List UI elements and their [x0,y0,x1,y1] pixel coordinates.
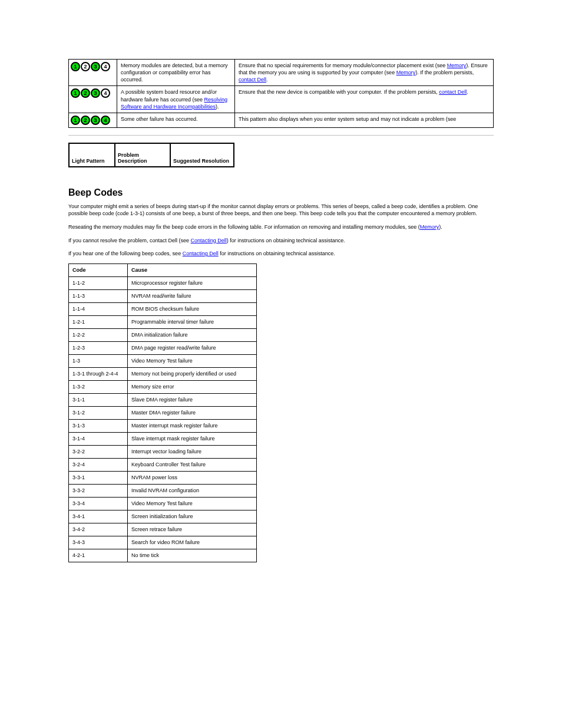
table-row: 3-3-2Invalid NVRAM configuration [69,484,257,497]
diag-cell-fix: Ensure that no special requirements for … [235,60,494,86]
beep-cause-cell: Memory not being properly identified or … [128,367,257,380]
beep-cause-cell: ROM BIOS checksum failure [128,302,257,315]
inline-link[interactable]: contact Dell [239,77,266,83]
beep-paragraph-3: If you cannot resolve the problem, conta… [68,237,494,245]
beep-cause-cell: Slave interrupt mask register failure [128,432,257,445]
beep-col-header-code: Code [69,263,128,276]
diag-cell-leds: 1234 [69,113,117,127]
diag-cell-fix: This pattern also displays when you ente… [235,113,494,127]
beep-paragraph-2: Reseating the memory modules may fix the… [68,223,494,231]
beep-cause-cell: Master DMA register failure [128,406,257,419]
led-on-icon: 2 [81,116,90,125]
beep-code-cell: 1-2-2 [69,328,128,341]
beep-code-cell: 1-1-3 [69,289,128,302]
table-row: 4-2-1No time tick [69,549,257,562]
beep-cause-cell: DMA page register read/write failure [128,341,257,354]
beep-code-cell: 3-4-3 [69,536,128,549]
diag-cell-desc: A possible system board resource and/or … [117,86,235,113]
table-row: 1-2-1Programmable interval timer failure [69,315,257,328]
led-off-icon: 4 [101,62,110,71]
beep-code-cell: 3-1-2 [69,406,128,419]
table-row: 1-1-3NVRAM read/write failure [69,289,257,302]
diagnostic-lights-table: 1234Memory modules are detected, but a m… [68,59,494,128]
beep-cause-cell: Invalid NVRAM configuration [128,484,257,497]
table-row: 3-2-2Interrupt vector loading failure [69,445,257,458]
beep-cause-cell: No time tick [128,549,257,562]
beep-cause-cell: Master interrupt mask register failure [128,419,257,432]
beep-cause-cell: NVRAM read/write failure [128,289,257,302]
col-header-resolution: Suggested Resolution [170,143,234,167]
led-on-icon: 1 [71,62,80,71]
beep-code-cell: 3-3-1 [69,471,128,484]
table-row: 1-1-4ROM BIOS checksum failure [69,302,257,315]
beep-codes-table: Code Cause 1-1-2Microprocessor register … [68,263,257,562]
inline-link[interactable]: Memory [420,224,439,230]
section-divider [68,135,494,136]
table-row: 3-4-1Screen initialization failure [69,510,257,523]
beep-cause-cell: Slave DMA register failure [128,393,257,406]
beep-cause-cell: Programmable interval timer failure [128,315,257,328]
beep-code-cell: 1-2-1 [69,315,128,328]
section-title-beep-codes: Beep Codes [68,187,494,198]
led-off-icon: 2 [81,62,90,71]
inline-link[interactable]: Memory [396,70,416,75]
light-pattern-header-table: Light Pattern Problem Description Sugges… [68,143,234,167]
beep-code-cell: 1-1-2 [69,276,128,289]
table-row: 1-2-3DMA page register read/write failur… [69,341,257,354]
led-on-icon: 2 [81,88,90,98]
beep-code-cell: 3-3-2 [69,484,128,497]
inline-link[interactable]: contact Dell [439,89,467,95]
beep-cause-cell: Keyboard Controller Test failure [128,458,257,471]
beep-code-cell: 1-3-2 [69,380,128,393]
beep-cause-cell: Search for video ROM failure [128,536,257,549]
table-row: 1-3-2Memory size error [69,380,257,393]
beep-cause-cell: Screen initialization failure [128,510,257,523]
led-pattern: 1234 [71,116,115,125]
diag-cell-leds: 1234 [69,86,117,113]
beep-col-header-cause: Cause [128,263,257,276]
beep-code-cell: 3-3-4 [69,497,128,510]
diag-cell-leds: 1234 [69,60,117,86]
beep-cause-cell: Video Memory Test failure [128,354,257,367]
beep-cause-cell: Microprocessor register failure [128,276,257,289]
diag-cell-desc: Memory modules are detected, but a memor… [117,60,235,86]
col-header-problem: Problem Description [115,143,170,167]
table-row: 3-4-3Search for video ROM failure [69,536,257,549]
beep-code-cell: 1-2-3 [69,341,128,354]
led-pattern: 1234 [71,88,115,98]
beep-cause-cell: Video Memory Test failure [128,497,257,510]
table-row: 3-1-1Slave DMA register failure [69,393,257,406]
inline-link[interactable]: Memory [447,62,467,68]
beep-code-cell: 3-4-1 [69,510,128,523]
table-row: 1-1-2Microprocessor register failure [69,276,257,289]
beep-code-cell: 3-4-2 [69,523,128,536]
inline-link[interactable]: Resolving Software and Hardware Incompat… [121,97,227,110]
link-contacting-dell[interactable]: Contacting Dell [183,251,219,256]
led-off-icon: 4 [101,88,110,98]
table-row: 3-3-4Video Memory Test failure [69,497,257,510]
beep-code-cell: 1-1-4 [69,302,128,315]
led-on-icon: 3 [91,116,100,125]
table-row: 1-2-2DMA initialization failure [69,328,257,341]
beep-code-cell: 4-2-1 [69,549,128,562]
beep-cause-cell: DMA initialization failure [128,328,257,341]
beep-code-cell: 3-1-4 [69,432,128,445]
beep-cause-cell: Memory size error [128,380,257,393]
led-on-icon: 3 [91,62,100,71]
link-contacting-dell[interactable]: Contacting Dell [191,238,227,243]
table-row: 3-3-1NVRAM power loss [69,471,257,484]
beep-cause-cell: NVRAM power loss [128,471,257,484]
beep-code-cell: 1-3 [69,354,128,367]
beep-code-cell: 3-2-2 [69,445,128,458]
table-row: 3-4-2Screen retrace failure [69,523,257,536]
table-row: 3-1-2Master DMA register failure [69,406,257,419]
beep-code-cell: 3-1-3 [69,419,128,432]
table-row: 3-2-4Keyboard Controller Test failure [69,458,257,471]
diag-cell-fix: Ensure that the new device is compatible… [235,86,494,113]
led-on-icon: 3 [91,88,100,98]
beep-code-cell: 3-2-4 [69,458,128,471]
beep-code-cell: 3-1-1 [69,393,128,406]
table-row: 1-3-1 through 2-4-4Memory not being prop… [69,367,257,380]
diag-cell-desc: Some other failure has occurred. [117,113,235,127]
led-pattern: 1234 [71,62,115,71]
